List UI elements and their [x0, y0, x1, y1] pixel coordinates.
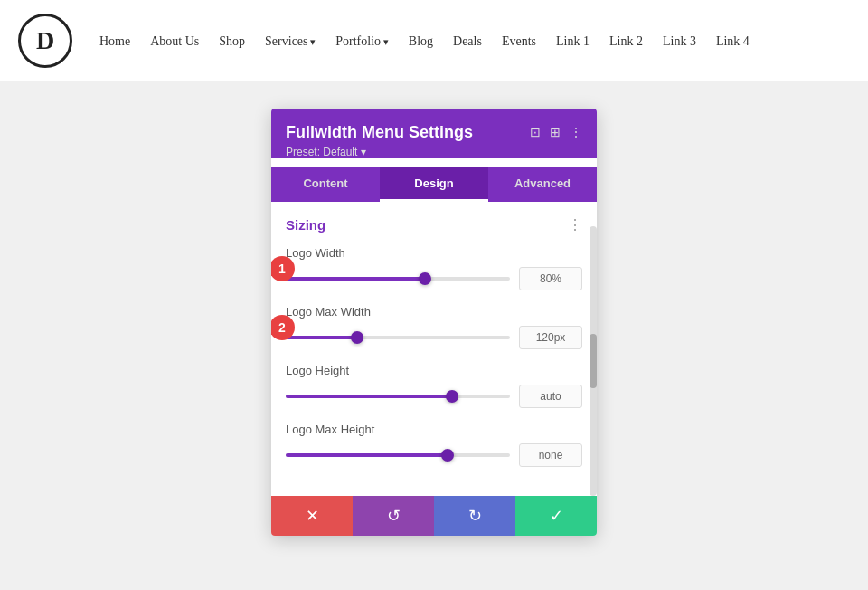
slider-track-1[interactable]	[286, 335, 510, 340]
slider-thumb-1[interactable]	[351, 331, 363, 344]
section-menu-icon[interactable]: ⋮	[568, 216, 582, 233]
nav-link-link-1[interactable]: Link 1	[556, 34, 590, 48]
slider-input-1[interactable]	[519, 326, 582, 349]
site-logo[interactable]: D	[18, 14, 72, 68]
expand-icon[interactable]: ⊡	[530, 125, 541, 140]
nav-link-link-2[interactable]: Link 2	[609, 34, 643, 48]
nav-link-deals[interactable]: Deals	[453, 34, 482, 48]
panel-header: Fullwidth Menu Settings ⊡ ⊞ ⋮ Preset: De…	[271, 109, 597, 158]
slider-thumb-3[interactable]	[441, 449, 454, 462]
panel-icon-group: ⊡ ⊞ ⋮	[530, 125, 582, 140]
settings-panel: Fullwidth Menu Settings ⊡ ⊞ ⋮ Preset: De…	[271, 109, 597, 536]
slider-fill-0	[286, 277, 425, 281]
slider-fill-3	[286, 453, 448, 457]
section-header: Sizing ⋮	[286, 216, 582, 233]
preset-label[interactable]: Preset: Default ▾	[286, 146, 582, 158]
confirm-button[interactable]: ✓	[515, 496, 597, 536]
slider-input-0[interactable]	[519, 267, 582, 290]
slider-track-0[interactable]	[286, 276, 510, 281]
nav-link-link-3[interactable]: Link 3	[663, 34, 696, 48]
nav-link-portfolio[interactable]: Portfolio	[335, 34, 389, 48]
navbar: D HomeAbout UsShopServicesPortfolioBlogD…	[0, 0, 868, 81]
slider-label-0: Logo Width	[286, 246, 582, 260]
slider-input-2[interactable]	[519, 385, 582, 408]
sliders-container: 1Logo Width2Logo Max WidthLogo HeightLog…	[286, 246, 582, 467]
redo-button[interactable]: ↻	[434, 496, 515, 536]
slider-input-3[interactable]	[519, 443, 582, 467]
columns-icon[interactable]: ⊞	[550, 125, 561, 140]
nav-link-about-us[interactable]: About Us	[150, 34, 199, 48]
scrollbar-thumb[interactable]	[590, 334, 597, 388]
slider-label-2: Logo Height	[286, 364, 582, 377]
panel-body: Sizing ⋮ 1Logo Width2Logo Max WidthLogo …	[271, 202, 597, 496]
tab-content[interactable]: Content	[271, 167, 380, 202]
slider-group-3: Logo Max Height	[286, 423, 582, 467]
nav-link-home[interactable]: Home	[99, 34, 130, 48]
slider-group-2: Logo Height	[286, 364, 582, 408]
slider-fill-2	[286, 395, 452, 398]
slider-group-0: 1Logo Width	[286, 246, 582, 290]
slider-label-3: Logo Max Height	[286, 423, 582, 436]
nav-link-services[interactable]: Services	[265, 34, 316, 48]
panel-actions: ✕↺↻✓	[271, 496, 597, 536]
scrollbar[interactable]	[590, 226, 597, 496]
panel-tabs: ContentDesignAdvanced	[271, 167, 597, 202]
slider-fill-1	[286, 336, 357, 339]
nav-link-link-4[interactable]: Link 4	[716, 34, 750, 48]
nav-link-blog[interactable]: Blog	[409, 34, 433, 48]
slider-thumb-0[interactable]	[419, 272, 431, 285]
panel-title: Fullwidth Menu Settings	[286, 123, 473, 142]
nav-link-events[interactable]: Events	[502, 34, 536, 48]
tab-design[interactable]: Design	[380, 167, 488, 202]
nav-link-shop[interactable]: Shop	[219, 34, 245, 48]
undo-button[interactable]: ↺	[353, 496, 434, 536]
slider-thumb-2[interactable]	[446, 390, 458, 403]
slider-label-1: Logo Max Width	[286, 305, 582, 319]
tab-advanced[interactable]: Advanced	[488, 167, 597, 202]
slider-group-1: 2Logo Max Width	[286, 305, 582, 349]
slider-track-3[interactable]	[286, 452, 510, 458]
nav-links: HomeAbout UsShopServicesPortfolioBlogDea…	[99, 33, 750, 49]
slider-track-2[interactable]	[286, 394, 510, 399]
more-icon[interactable]: ⋮	[570, 125, 582, 140]
cancel-button[interactable]: ✕	[271, 496, 353, 536]
section-title: Sizing	[286, 217, 326, 233]
main-area: Fullwidth Menu Settings ⊡ ⊞ ⋮ Preset: De…	[0, 81, 868, 590]
